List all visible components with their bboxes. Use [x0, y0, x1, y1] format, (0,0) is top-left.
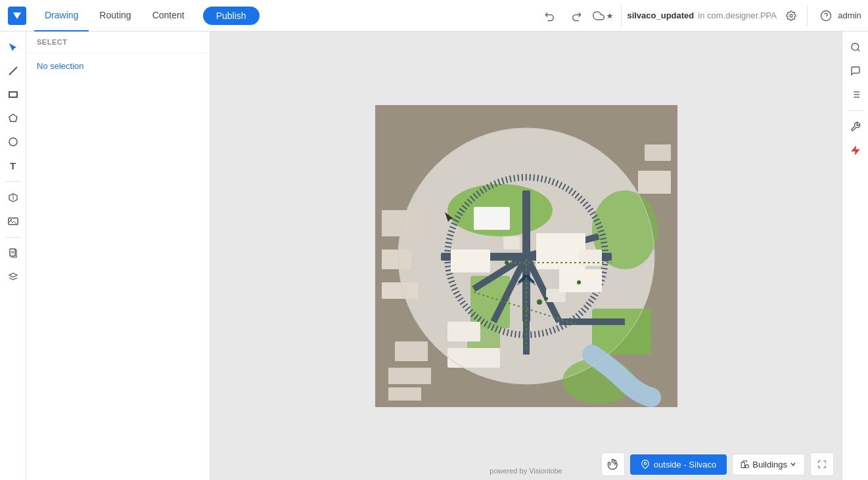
help-button[interactable] — [815, 5, 836, 26]
buildings-button[interactable]: Buildings — [732, 454, 805, 475]
canvas-viewport[interactable]: powered by Visionlobe — [210, 32, 842, 480]
image-tool[interactable] — [3, 211, 24, 232]
circle-tool[interactable] — [3, 131, 24, 152]
svg-rect-53 — [638, 171, 671, 194]
fullscreen-button[interactable] — [810, 452, 834, 476]
tab-content[interactable]: Content — [142, 0, 195, 32]
svg-rect-37 — [579, 250, 602, 266]
svg-point-9 — [10, 219, 11, 221]
select-tool[interactable] — [3, 37, 24, 58]
panel-header: SELECT — [26, 32, 210, 53]
svg-rect-36 — [474, 207, 510, 230]
nav-tabs: Drawing Routing Content — [34, 0, 195, 32]
tab-routing[interactable]: Routing — [89, 0, 141, 32]
svg-point-59 — [644, 462, 647, 465]
tab-drawing[interactable]: Drawing — [34, 0, 89, 32]
project-info: silvaco_updated in com.designer.PPA — [621, 5, 808, 26]
bottom-bar: outside - Silvaco Buildings — [210, 448, 842, 480]
redo-button[interactable] — [566, 5, 587, 26]
map-canvas[interactable] — [375, 105, 677, 407]
svg-rect-52 — [388, 387, 421, 401]
user-menu-button[interactable]: admin — [839, 5, 860, 26]
wrench-panel-button[interactable] — [845, 116, 866, 137]
polygon-tool[interactable] — [3, 108, 24, 129]
logo-button[interactable] — [8, 7, 26, 25]
right-panel — [842, 32, 868, 480]
svg-point-6 — [9, 138, 17, 146]
svg-marker-69 — [852, 146, 859, 154]
svg-line-3 — [9, 67, 17, 75]
svg-rect-49 — [382, 210, 421, 236]
svg-marker-5 — [9, 114, 17, 121]
svg-rect-42 — [559, 269, 602, 292]
svg-rect-40 — [447, 348, 500, 368]
rectangle-tool[interactable] — [3, 84, 24, 105]
svg-rect-41 — [447, 322, 480, 341]
svg-rect-54 — [645, 144, 671, 161]
layers-tool[interactable] — [3, 267, 24, 288]
svg-point-44 — [544, 297, 548, 301]
toolbar-icons — [539, 5, 613, 26]
project-settings-button[interactable] — [781, 5, 802, 26]
svg-rect-48 — [382, 250, 411, 269]
panel-content: No selection — [26, 53, 210, 480]
right-icons: admin — [815, 5, 860, 26]
svg-rect-60 — [741, 462, 744, 468]
svg-rect-50 — [395, 341, 428, 361]
svg-point-45 — [505, 261, 509, 265]
project-name: silvaco_updated — [627, 11, 694, 20]
publish-button[interactable]: Publish — [203, 7, 260, 25]
3d-box-tool[interactable] — [3, 187, 24, 208]
text-tool[interactable]: T — [3, 155, 24, 176]
hand-tool-button[interactable] — [601, 452, 625, 476]
location-label: outside - Silvaco — [654, 460, 716, 469]
canvas-area[interactable]: powered by Visionlobe outside - Silvaco … — [210, 32, 842, 480]
main-layout: T SELECT No selection — [0, 32, 868, 480]
line-tool[interactable] — [3, 60, 24, 81]
cloud-button[interactable] — [592, 5, 613, 26]
project-path: in com.designer.PPA — [698, 11, 777, 20]
svg-point-46 — [577, 280, 581, 284]
svg-line-62 — [857, 49, 859, 51]
svg-rect-47 — [382, 282, 418, 299]
left-panel: SELECT No selection — [26, 32, 210, 480]
svg-rect-35 — [451, 250, 490, 273]
svg-rect-19 — [592, 309, 651, 355]
svg-point-0 — [790, 14, 792, 17]
svg-point-43 — [537, 299, 542, 305]
svg-rect-51 — [388, 368, 431, 384]
svg-rect-34 — [536, 233, 585, 269]
left-tools-panel: T — [0, 32, 26, 480]
svg-rect-4 — [9, 92, 17, 97]
svg-rect-38 — [503, 236, 520, 250]
user-label: admin — [838, 11, 861, 20]
search-panel-button[interactable] — [845, 37, 866, 58]
topbar: Drawing Routing Content Publish silvaco_… — [0, 0, 868, 32]
svg-point-61 — [852, 43, 859, 51]
comments-panel-button[interactable] — [845, 60, 866, 81]
undo-button[interactable] — [539, 5, 560, 26]
no-selection-label: No selection — [37, 61, 84, 71]
list-panel-button[interactable] — [845, 84, 866, 105]
document-tool[interactable] — [3, 243, 24, 264]
location-button[interactable]: outside - Silvaco — [630, 454, 727, 475]
lightning-panel-button[interactable] — [845, 140, 866, 161]
buildings-label: Buildings — [752, 460, 787, 469]
